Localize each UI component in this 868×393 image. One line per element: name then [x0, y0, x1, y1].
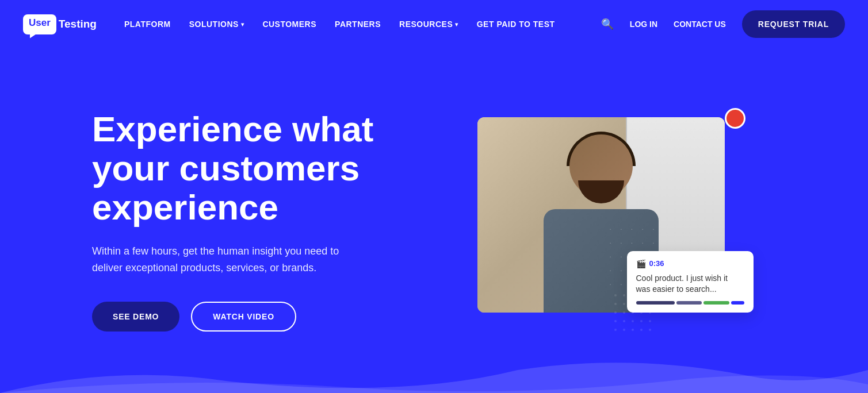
- logo[interactable]: User Testing: [23, 14, 97, 34]
- hero-buttons: SEE DEMO WATCH VIDEO: [92, 302, 414, 332]
- nav-customers[interactable]: CUSTOMERS: [262, 20, 316, 29]
- feedback-timer: 🎬 0:36: [636, 259, 744, 268]
- video-clip-icon: 🎬: [636, 259, 646, 268]
- feedback-bar: [636, 301, 744, 305]
- person-beard: [578, 180, 624, 203]
- person-head: [569, 134, 633, 198]
- svg-point-18: [640, 320, 643, 322]
- svg-point-24: [649, 329, 651, 331]
- bar-seg-1: [636, 301, 675, 305]
- feedback-popup: 🎬 0:36 Cool product. I just wish it was …: [627, 251, 754, 313]
- hero-heading: Experience what your customers experienc…: [92, 110, 414, 228]
- nav-platform[interactable]: PLATFORM: [124, 20, 171, 29]
- svg-point-23: [640, 329, 643, 331]
- feedback-text: Cool product. I just wish it was easier …: [636, 273, 744, 295]
- logo-user: User: [29, 17, 51, 28]
- svg-point-20: [614, 329, 617, 331]
- nav-solutions[interactable]: SOLUTIONS ▾: [189, 20, 244, 29]
- nav-partners[interactable]: PARTNERS: [335, 20, 381, 29]
- svg-point-1: [623, 294, 625, 296]
- recording-indicator: [725, 108, 745, 129]
- bar-seg-2: [676, 301, 702, 305]
- hero-right: 🎬 0:36 Cool product. I just wish it was …: [437, 117, 776, 324]
- watch-video-button[interactable]: WATCH VIDEO: [191, 302, 296, 332]
- request-trial-button[interactable]: REQUEST TRIAL: [742, 10, 845, 38]
- svg-point-17: [632, 320, 634, 322]
- nav-links: PLATFORM SOLUTIONS ▾ CUSTOMERS PARTNERS …: [124, 20, 601, 29]
- svg-point-22: [632, 329, 634, 331]
- svg-point-21: [623, 329, 625, 331]
- contact-link[interactable]: CONTACT US: [674, 20, 726, 29]
- resources-chevron-icon: ▾: [455, 21, 458, 28]
- hero-left: Experience what your customers experienc…: [92, 110, 414, 332]
- svg-point-5: [614, 303, 617, 305]
- hero-subtext: Within a few hours, get the human insigh…: [92, 243, 345, 276]
- see-demo-button[interactable]: SEE DEMO: [92, 302, 179, 332]
- video-container: 🎬 0:36 Cool product. I just wish it was …: [477, 117, 736, 324]
- svg-point-6: [623, 303, 625, 305]
- login-link[interactable]: LOG IN: [630, 20, 657, 29]
- hero-section: Experience what your customers experienc…: [0, 48, 868, 393]
- solutions-chevron-icon: ▾: [241, 21, 244, 28]
- nav-right: 🔍 LOG IN CONTACT US REQUEST TRIAL: [601, 10, 845, 38]
- logo-testing: Testing: [59, 18, 97, 30]
- hero-wave: [0, 359, 868, 393]
- svg-point-16: [623, 320, 625, 322]
- svg-point-0: [614, 294, 617, 296]
- search-icon[interactable]: 🔍: [601, 18, 614, 30]
- svg-point-15: [614, 320, 617, 322]
- svg-point-10: [614, 311, 617, 314]
- nav-resources[interactable]: RESOURCES ▾: [399, 20, 458, 29]
- bar-seg-3: [703, 301, 729, 305]
- svg-point-11: [623, 311, 625, 314]
- navbar: User Testing PLATFORM SOLUTIONS ▾ CUSTOM…: [0, 0, 868, 48]
- nav-get-paid[interactable]: GET PAID TO TEST: [477, 20, 555, 29]
- svg-point-19: [649, 320, 651, 322]
- timer-value: 0:36: [649, 259, 664, 268]
- logo-box: User: [23, 14, 56, 34]
- bar-seg-4: [731, 301, 744, 305]
